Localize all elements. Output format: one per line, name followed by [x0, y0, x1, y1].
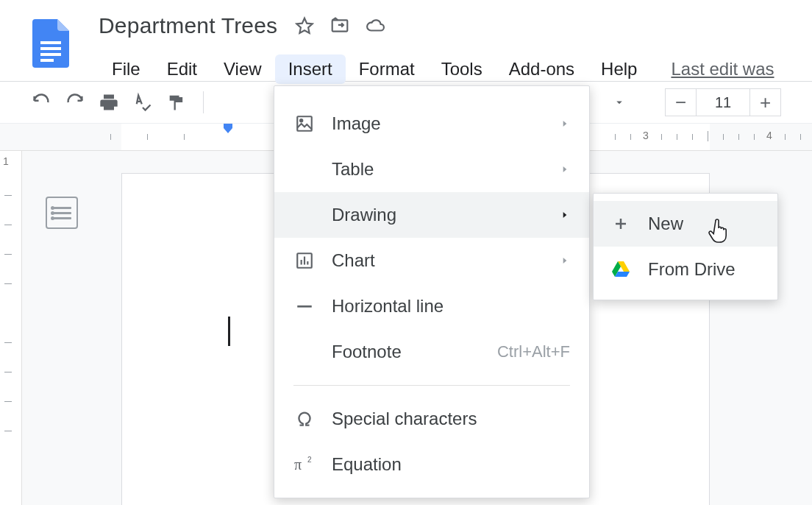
svg-rect-6	[297, 116, 312, 131]
pointer-cursor-icon	[708, 218, 730, 244]
svg-rect-2	[40, 53, 61, 56]
last-edit-link[interactable]: Last edit was	[671, 59, 774, 80]
menu-bar: File Edit View Insert Format Tools Add-o…	[99, 54, 774, 84]
hr-icon	[293, 295, 316, 317]
image-icon	[293, 113, 316, 135]
svg-text:2: 2	[307, 456, 312, 464]
indent-marker-icon[interactable]	[221, 124, 235, 138]
menu-item-label: Equation	[332, 454, 402, 475]
menu-divider	[293, 385, 570, 386]
print-icon[interactable]	[99, 92, 119, 113]
svg-rect-0	[40, 41, 61, 44]
insert-menu-dropdown: Image Table Drawing Chart Horizontal lin…	[274, 85, 590, 498]
pi-icon: π2	[293, 453, 316, 476]
font-size-decrease[interactable]: −	[666, 89, 697, 116]
drawing-submenu: New From Drive	[593, 193, 778, 300]
drawing-new-item[interactable]: New	[594, 201, 777, 247]
font-size-increase[interactable]: +	[749, 89, 780, 116]
text-cursor	[228, 317, 230, 346]
menu-item-label: Drawing	[332, 205, 396, 225]
redo-icon[interactable]	[65, 92, 85, 113]
menu-item-label: Special characters	[332, 409, 477, 429]
menu-item-label: New	[648, 213, 683, 234]
insert-table-item[interactable]: Table	[274, 146, 589, 192]
submenu-arrow-icon	[560, 164, 570, 174]
menu-view[interactable]: View	[210, 54, 275, 84]
insert-chart-item[interactable]: Chart	[274, 238, 589, 283]
insert-special-characters-item[interactable]: Special characters	[274, 396, 589, 442]
insert-equation-item[interactable]: π2 Equation	[274, 442, 589, 487]
vertical-ruler[interactable]: 1	[0, 151, 22, 505]
menu-tools[interactable]: Tools	[428, 54, 496, 84]
menu-item-label: Table	[332, 159, 374, 180]
svg-point-7	[300, 119, 302, 121]
undo-icon[interactable]	[31, 92, 51, 113]
omega-icon	[293, 408, 316, 430]
document-title[interactable]: Department Trees	[99, 13, 277, 38]
menu-format[interactable]: Format	[346, 54, 428, 84]
submenu-arrow-icon	[560, 119, 570, 129]
svg-rect-5	[224, 124, 232, 128]
menu-insert[interactable]: Insert	[275, 54, 346, 84]
move-icon[interactable]	[330, 16, 349, 35]
menu-item-label: Horizontal line	[332, 296, 444, 317]
cloud-status-icon[interactable]	[366, 16, 385, 35]
star-icon[interactable]	[295, 16, 314, 35]
menu-item-label: From Drive	[648, 259, 736, 280]
font-size-value[interactable]: 11	[697, 94, 749, 111]
insert-drawing-item[interactable]: Drawing	[274, 192, 589, 238]
drive-icon	[610, 258, 632, 280]
document-outline-icon[interactable]	[46, 197, 78, 229]
menu-help[interactable]: Help	[588, 54, 650, 84]
docs-logo-icon[interactable]	[32, 19, 69, 68]
svg-rect-3	[40, 59, 54, 62]
menu-item-label: Footnote	[332, 342, 402, 362]
insert-footnote-item[interactable]: Footnote Ctrl+Alt+F	[274, 329, 589, 375]
plus-icon	[610, 213, 632, 235]
menu-shortcut: Ctrl+Alt+F	[497, 342, 570, 361]
svg-text:π: π	[294, 456, 302, 473]
drawing-from-drive-item[interactable]: From Drive	[594, 247, 777, 292]
svg-rect-1	[40, 47, 61, 50]
toolbar-separator	[203, 91, 204, 113]
spellcheck-icon[interactable]	[132, 92, 153, 113]
svg-rect-9	[297, 306, 312, 308]
submenu-arrow-icon	[560, 210, 570, 220]
title-bar: Department Trees File Edit View Insert F…	[0, 0, 812, 81]
insert-image-item[interactable]: Image	[274, 101, 589, 146]
chart-icon	[293, 250, 316, 272]
font-dropdown-caret-icon[interactable]	[609, 92, 630, 113]
menu-item-label: Image	[332, 113, 381, 134]
paint-format-icon[interactable]	[166, 92, 187, 113]
menu-file[interactable]: File	[99, 54, 154, 84]
submenu-arrow-icon	[560, 255, 570, 266]
menu-item-label: Chart	[332, 250, 375, 271]
font-size-control: − 11 +	[665, 88, 781, 116]
menu-edit[interactable]: Edit	[154, 54, 210, 84]
menu-addons[interactable]: Add-ons	[496, 54, 588, 84]
insert-horizontal-line-item[interactable]: Horizontal line	[274, 283, 589, 329]
